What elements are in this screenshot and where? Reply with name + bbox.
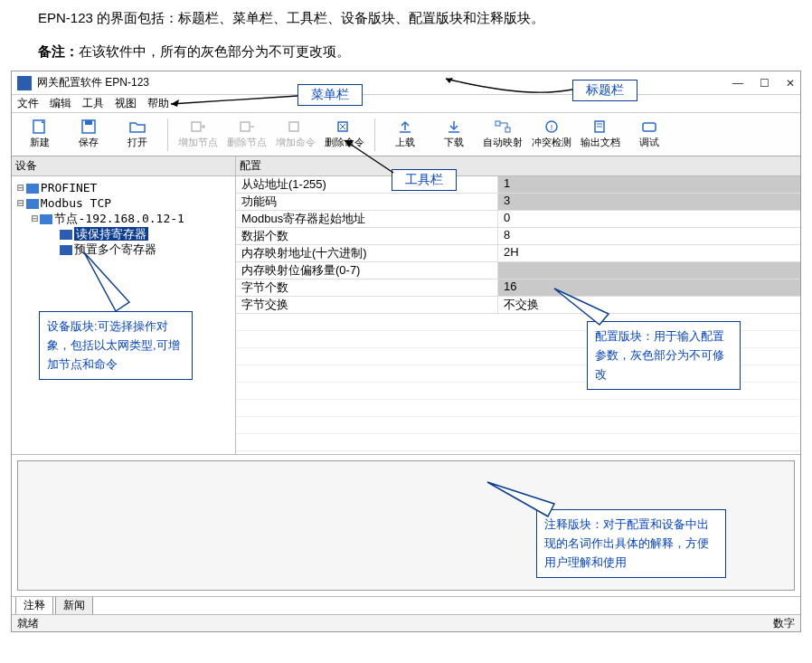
status-num: 数字: [773, 616, 795, 631]
svg-rect-6: [241, 122, 250, 131]
tree-node-endpoint[interactable]: 节点-192.168.0.12-1: [54, 212, 184, 225]
menu-file[interactable]: 文件: [17, 96, 39, 111]
param-value: [498, 262, 800, 279]
annotation-panel: [12, 455, 800, 597]
intro-text: EPN-123 的界面包括：标题栏、菜单栏、工具栏、设备版块、配置版块和注释版块…: [38, 5, 801, 30]
menu-help[interactable]: 帮助: [147, 96, 169, 111]
param-label: 字节交换: [236, 297, 498, 313]
save-icon: [80, 119, 98, 134]
param-value: 1: [498, 176, 800, 193]
maximize-button[interactable]: ☐: [760, 77, 770, 90]
menu-view[interactable]: 视图: [115, 96, 137, 111]
param-row: 字节个数16: [236, 279, 800, 297]
device-panel: 设备 ⊟PROFINET ⊟Modbus TCP ⊟节点-192.168.0.1…: [12, 156, 236, 454]
param-row: 从站地址(1-255)1: [236, 176, 800, 194]
add-cmd-button: 增加命令: [273, 116, 318, 154]
conflict-button[interactable]: !冲突检测: [529, 116, 574, 154]
tab-comment[interactable]: 注释: [15, 596, 53, 614]
upload-icon: [396, 119, 414, 134]
param-value[interactable]: 8: [498, 228, 800, 244]
save-button[interactable]: 保存: [66, 116, 111, 154]
export-button[interactable]: 输出文档: [578, 116, 623, 154]
export-icon: [591, 119, 609, 134]
cmd-icon: [60, 245, 72, 255]
svg-rect-14: [496, 121, 500, 126]
del-node-icon: [238, 119, 256, 134]
open-button[interactable]: 打开: [115, 116, 160, 154]
toolbar-separator: [374, 118, 375, 151]
bottom-tabs: 注释 新闻: [12, 597, 800, 615]
add-node-button: 增加节点: [175, 116, 221, 154]
note-label: 备注：: [38, 43, 79, 59]
auto-map-button[interactable]: 自动映射: [480, 116, 525, 154]
statusbar: 就绪 数字: [12, 615, 800, 631]
param-label: 功能码: [236, 194, 498, 210]
param-value: 16: [498, 279, 800, 296]
param-label: Modbus寄存器起始地址: [236, 211, 498, 227]
svg-rect-2: [85, 120, 92, 125]
param-label: 内存映射地址(十六进制): [236, 245, 498, 261]
node-icon: [40, 214, 52, 224]
del-node-button: 删除节点: [224, 116, 269, 154]
tab-news[interactable]: 新闻: [55, 596, 93, 614]
param-label: 字节个数: [236, 279, 498, 296]
param-row: 内存映射位偏移量(0-7): [236, 262, 800, 279]
config-panel: 配置 从站地址(1-255)1功能码3Modbus寄存器起始地址0数据个数8内存…: [236, 156, 800, 454]
download-button[interactable]: 下载: [431, 116, 477, 154]
param-value: 3: [498, 194, 800, 210]
del-cmd-icon: [335, 119, 354, 134]
param-value[interactable]: 0: [498, 211, 800, 227]
titlebar: 网关配置软件 EPN-123 — ☐ ✕: [12, 71, 800, 95]
tree-node-read-holding[interactable]: 读保持寄存器: [74, 227, 148, 241]
param-row: Modbus寄存器起始地址0: [236, 211, 800, 228]
param-row: 字节交换不交换: [236, 297, 800, 314]
tree-node-modbus[interactable]: Modbus TCP: [41, 196, 111, 210]
new-button[interactable]: 新建: [17, 116, 62, 154]
debug-button[interactable]: 调试: [627, 116, 672, 154]
param-row: 内存映射地址(十六进制)2H: [236, 245, 800, 262]
param-label: 从站地址(1-255): [236, 176, 498, 193]
new-icon: [31, 119, 49, 134]
cmd-icon: [60, 230, 72, 240]
del-cmd-button[interactable]: 删除命令: [322, 116, 367, 154]
upload-button[interactable]: 上载: [382, 116, 428, 154]
param-value[interactable]: 不交换: [498, 297, 800, 313]
svg-rect-21: [643, 123, 656, 131]
status-ready: 就绪: [17, 616, 39, 631]
menu-tool[interactable]: 工具: [82, 96, 104, 111]
annotation-textarea[interactable]: [17, 460, 795, 591]
svg-text:!: !: [551, 123, 553, 132]
toolbar: 新建 保存 打开 增加节点 删除节点 增加命令 删除命令 上载 下载 自动映射 …: [12, 113, 800, 156]
param-row: 数据个数8: [236, 228, 800, 245]
menubar: 文件 编辑 工具 视图 帮助: [12, 95, 800, 113]
tree-node-preset-multi[interactable]: 预置多个寄存器: [74, 242, 156, 256]
minimize-button[interactable]: —: [732, 77, 743, 90]
device-icon: [26, 199, 39, 209]
toolbar-separator: [167, 118, 168, 151]
conflict-icon: !: [543, 119, 561, 134]
open-icon: [128, 119, 146, 134]
device-panel-title: 设备: [12, 156, 235, 176]
param-value[interactable]: 2H: [498, 245, 800, 261]
add-node-icon: [189, 119, 207, 134]
param-label: 数据个数: [236, 228, 498, 244]
param-label: 内存映射位偏移量(0-7): [236, 262, 498, 279]
application-window: 网关配置软件 EPN-123 — ☐ ✕ 文件 编辑 工具 视图 帮助 新建 保…: [11, 71, 801, 632]
tree-node-profinet[interactable]: PROFINET: [41, 181, 98, 194]
menu-edit[interactable]: 编辑: [50, 96, 71, 111]
note-text: 在该软件中，所有的灰色部分为不可更改项。: [79, 43, 350, 59]
param-row: 功能码3: [236, 194, 800, 211]
window-title: 网关配置软件 EPN-123: [37, 75, 149, 90]
close-button[interactable]: ✕: [786, 77, 795, 90]
add-cmd-icon: [287, 119, 305, 134]
device-tree[interactable]: ⊟PROFINET ⊟Modbus TCP ⊟节点-192.168.0.12-1…: [12, 176, 235, 454]
debug-icon: [640, 119, 658, 134]
param-table: 从站地址(1-255)1功能码3Modbus寄存器起始地址0数据个数8内存映射地…: [236, 176, 800, 454]
auto-map-icon: [494, 119, 512, 134]
download-icon: [445, 119, 463, 134]
svg-rect-15: [505, 128, 510, 132]
device-icon: [26, 184, 39, 194]
config-panel-title: 配置: [236, 156, 800, 176]
svg-rect-8: [289, 122, 298, 131]
app-icon: [17, 76, 32, 90]
